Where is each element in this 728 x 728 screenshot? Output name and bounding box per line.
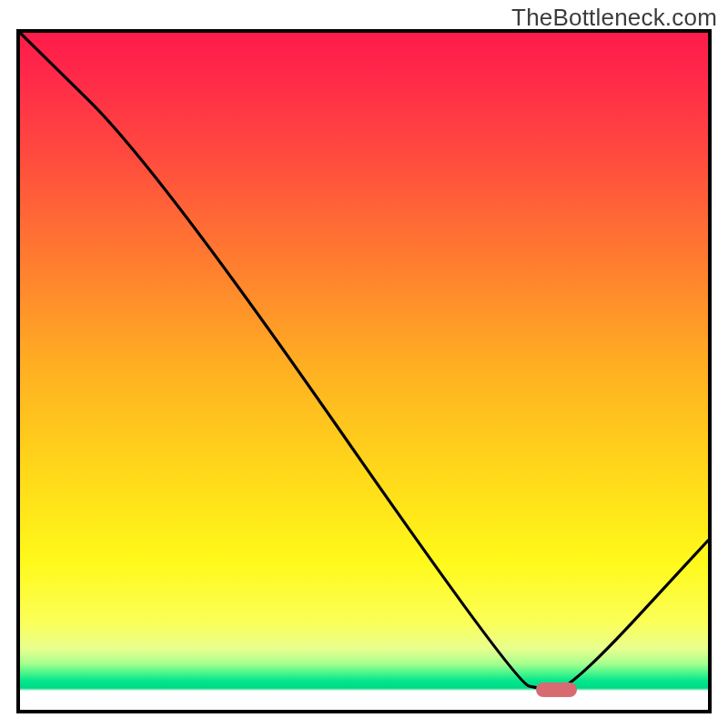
watermark-text: TheBottleneck.com bbox=[511, 4, 717, 32]
bottleneck-curve bbox=[20, 33, 708, 710]
curve-path bbox=[20, 33, 708, 690]
optimal-range-marker bbox=[536, 682, 577, 697]
chart-container: TheBottleneck.com bbox=[0, 0, 728, 728]
plot-frame bbox=[16, 29, 712, 713]
